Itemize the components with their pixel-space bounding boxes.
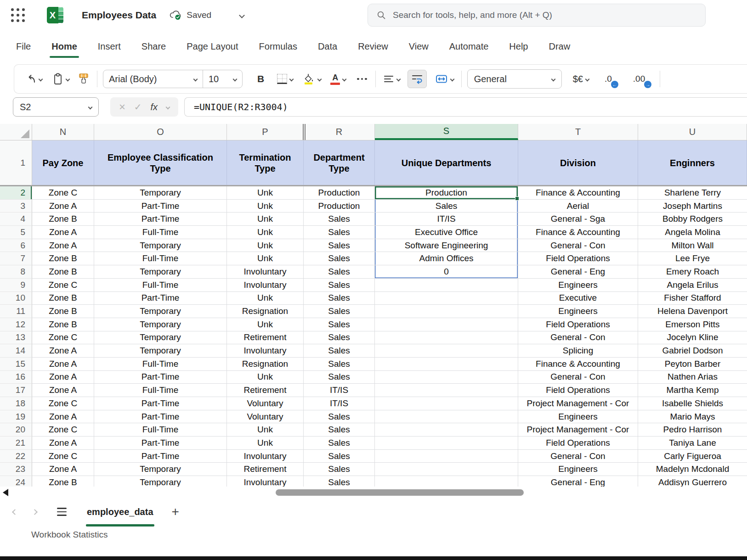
cell-O18[interactable]: Part-Time [94,397,227,410]
number-format-dropdown[interactable]: General [467,69,562,89]
cell-U8[interactable]: Emery Roach [638,265,747,279]
cell-T23[interactable]: Engineers [518,463,638,476]
row-header-17[interactable]: 17 [0,384,32,397]
cell-U19[interactable]: Mario Mays [638,410,747,424]
header-cell-P1[interactable]: Termination Type [227,140,304,185]
menu-draw[interactable]: Draw [548,39,571,54]
cell-S15[interactable] [375,358,518,371]
cell-R6[interactable]: Sales [304,239,375,252]
cell-U16[interactable]: Nathen Arias [638,371,747,384]
bold-button[interactable]: B [253,72,269,86]
menu-review[interactable]: Review [357,39,389,54]
cell-U4[interactable]: Bobby Rodgers [638,213,747,226]
cell-P2[interactable]: Unk [227,186,304,200]
currency-format-button[interactable]: $€ [571,72,591,86]
cell-N21[interactable]: Zone A [32,437,94,450]
cell-P21[interactable]: Unk [227,437,304,450]
row-header-24[interactable]: 24 [0,476,32,487]
cell-P9[interactable]: Involuntary [227,279,304,292]
header-cell-T1[interactable]: Division [518,140,638,185]
cell-T8[interactable]: General - Eng [518,265,638,279]
cell-N23[interactable]: Zone A [32,463,94,476]
cell-T6[interactable]: General - Con [518,239,638,252]
row-header-5[interactable]: 5 [0,226,32,239]
cell-U15[interactable]: Peyton Barber [638,358,747,371]
cell-T20[interactable]: Project Management - Cor [518,423,638,437]
cell-O12[interactable]: Temporary [94,318,227,331]
cell-O24[interactable]: Temporary [94,476,227,487]
cell-U9[interactable]: Angela Erilus [638,279,747,292]
row-header-9[interactable]: 9 [0,279,32,292]
cell-N4[interactable]: Zone B [32,213,94,226]
row-header-13[interactable]: 13 [0,331,32,345]
cell-O15[interactable]: Full-Time [94,358,227,371]
cell-R10[interactable]: Sales [304,292,375,305]
cell-T10[interactable]: Executive [518,292,638,305]
cell-N17[interactable]: Zone A [32,384,94,397]
cell-S13[interactable] [375,331,518,345]
cell-U24[interactable]: Addisyn Guerrero [638,476,747,487]
formula-input[interactable]: =UNIQUE(R2:R3004) [184,97,747,117]
cell-R13[interactable]: Sales [304,331,375,345]
cell-U18[interactable]: Isabelle Shields [638,397,747,410]
cell-U7[interactable]: Lee Frye [638,252,747,265]
sheet-tab-employee-data[interactable]: employee_data [86,504,154,520]
cell-T24[interactable]: General - Eng [518,476,638,487]
cell-S20[interactable] [375,423,518,437]
cell-R19[interactable]: Sales [304,410,375,424]
row-header-2[interactable]: 2 [0,186,32,200]
cell-T18[interactable]: Project Management - Cor [518,397,638,410]
cell-R23[interactable]: Sales [304,463,375,476]
cell-T13[interactable]: General - Con [518,331,638,345]
wrap-text-button[interactable] [407,70,427,88]
menu-view[interactable]: View [408,39,430,54]
cell-P11[interactable]: Resignation [227,305,304,318]
cell-T15[interactable]: Finance & Accounting [518,358,638,371]
row-header-7[interactable]: 7 [0,252,32,265]
save-status[interactable]: Saved [169,10,211,21]
cell-U12[interactable]: Emerson Pitts [638,318,747,331]
cell-P5[interactable]: Unk [227,226,304,239]
cell-O13[interactable]: Temporary [94,331,227,345]
menu-share[interactable]: Share [141,39,167,54]
cell-T4[interactable]: General - Sga [518,213,638,226]
cell-P18[interactable]: Voluntary [227,397,304,410]
row-header-4[interactable]: 4 [0,213,32,226]
cancel-icon[interactable]: × [119,101,125,112]
column-header-N[interactable]: N [32,124,94,140]
cell-T12[interactable]: Field Operations [518,318,638,331]
column-header-S[interactable]: S [375,124,518,140]
cell-N22[interactable]: Zone C [32,450,94,463]
cell-O19[interactable]: Part-Time [94,410,227,424]
cell-S6[interactable]: Software Engineering [375,239,518,252]
cell-N11[interactable]: Zone B [32,305,94,318]
cell-S8[interactable]: 0 [375,265,518,279]
row-header-3[interactable]: 3 [0,200,32,213]
insert-function-icon[interactable]: fx [151,102,158,112]
cell-S16[interactable] [375,371,518,384]
font-color-button[interactable]: A [328,72,348,87]
cell-U2[interactable]: Sharlene Terry [638,186,747,200]
cell-N15[interactable]: Zone A [32,358,94,371]
cell-T9[interactable]: Engineers [518,279,638,292]
row-header-18[interactable]: 18 [0,397,32,410]
cell-N5[interactable]: Zone A [32,226,94,239]
scroll-left-arrow-icon[interactable] [3,489,8,496]
cell-R24[interactable]: Sales [304,476,375,487]
cell-U21[interactable]: Taniya Lane [638,437,747,450]
previous-sheet-button[interactable] [13,508,17,516]
row-header-23[interactable]: 23 [0,463,32,476]
cell-T5[interactable]: Finance & Accounting [518,226,638,239]
font-name-dropdown[interactable]: Arial (Body) [103,74,203,84]
column-header-P[interactable]: P [227,124,304,140]
cell-R2[interactable]: Production [304,186,375,200]
cell-N6[interactable]: Zone A [32,239,94,252]
cell-O7[interactable]: Full-Time [94,252,227,265]
cell-U11[interactable]: Helena Davenport [638,305,747,318]
column-header-T[interactable]: T [518,124,638,140]
cell-O3[interactable]: Part-Time [94,200,227,213]
row-header-22[interactable]: 22 [0,450,32,463]
cell-R22[interactable]: Sales [304,450,375,463]
cell-N24[interactable]: Zone B [32,476,94,487]
cell-U17[interactable]: Martha Kemp [638,384,747,397]
